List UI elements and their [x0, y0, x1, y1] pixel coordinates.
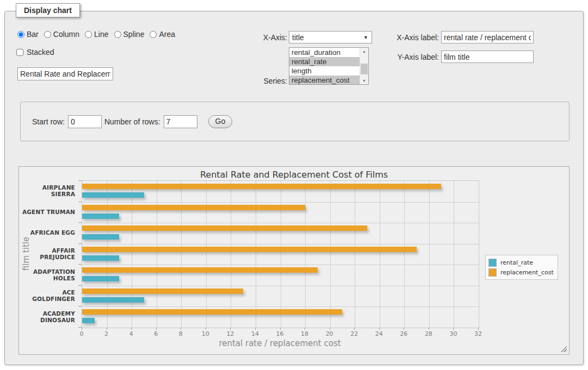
- x-tick-label: 12: [226, 330, 234, 337]
- x-tick-mark: [478, 328, 479, 330]
- y-tick-mark: [78, 285, 82, 286]
- x-tick-mark: [330, 328, 330, 330]
- series-option-length[interactable]: length: [289, 66, 360, 76]
- bar-rental_rate: [82, 255, 119, 261]
- stacked-checkbox[interactable]: [16, 49, 23, 56]
- x-tick-label: 32: [474, 330, 482, 337]
- chart-container: Rental Rate and Replacement Cost of Film…: [18, 166, 570, 355]
- category-label: AFFAIR PREJUDICE: [19, 243, 75, 265]
- category-label: AGENT TRUMAN: [19, 202, 75, 223]
- chart-type-radio-bar[interactable]: [17, 31, 24, 38]
- chart-type-option-area: Area: [150, 30, 175, 39]
- y-tick-mark: [78, 327, 82, 328]
- x-tick-mark: [107, 328, 107, 330]
- series-option-rental_rate[interactable]: rental_rate: [289, 57, 360, 66]
- gridline-x: [107, 181, 108, 328]
- chart-type-radio-label: Column: [53, 30, 79, 39]
- gridline-y: [82, 265, 479, 265]
- chevron-down-icon: ▼: [363, 35, 372, 40]
- bar-replacement_cost: [82, 184, 441, 189]
- chart-type-option-line: Line: [85, 30, 108, 39]
- y-tick-mark: [78, 306, 82, 306]
- category-label: ADAPTATION HOLES: [19, 264, 75, 285]
- chart-type-radio-spline[interactable]: [114, 31, 121, 38]
- x-tick-label: 8: [179, 330, 183, 337]
- x-tick-label: 20: [326, 330, 333, 337]
- bar-rental_rate: [82, 192, 144, 198]
- y-tick-mark: [78, 202, 82, 202]
- chart-type-radio-line[interactable]: [85, 31, 92, 38]
- y-tick-mark: [78, 264, 82, 265]
- bar-replacement_cost: [82, 267, 318, 273]
- gridline-x: [305, 181, 306, 328]
- number-of-rows-input[interactable]: [164, 115, 197, 128]
- gridline-y: [82, 286, 479, 286]
- series-options: rental_durationrental_ratelengthreplacem…: [289, 48, 360, 84]
- x-tick-label: 4: [129, 330, 133, 337]
- replacement_cost-swatch: [488, 268, 497, 277]
- scrollbar-thumb[interactable]: [361, 64, 368, 74]
- gridline-x: [355, 181, 355, 328]
- series-listbox[interactable]: rental_durationrental_ratelengthreplacem…: [289, 47, 369, 85]
- bar-rental_rate: [82, 297, 144, 303]
- gridline-x: [429, 181, 430, 328]
- x-tick-mark: [230, 328, 231, 330]
- display-chart-fieldset: Display chart BarColumnLineSplineArea St…: [4, 11, 584, 365]
- scroll-up-icon[interactable]: ▲: [360, 48, 368, 55]
- x-axis-select-label: X-Axis:: [233, 33, 287, 42]
- bar-rental_rate: [82, 234, 119, 240]
- x-tick-label: 16: [276, 330, 284, 337]
- gridline-y: [82, 306, 479, 307]
- gridline-x: [256, 181, 256, 328]
- x-tick-label: 28: [425, 330, 432, 337]
- x-tick-mark: [453, 328, 454, 330]
- x-tick-label: 0: [80, 330, 84, 337]
- category-label: ACADEMY DINOSAUR: [19, 306, 75, 327]
- chart-title: Rental Rate and Replacement Cost of Film…: [19, 170, 569, 180]
- x-tick-label: 18: [301, 330, 308, 337]
- bar-rental_rate: [82, 276, 119, 281]
- start-row-label: Start row:: [32, 117, 65, 126]
- x-tick-label: 26: [400, 330, 407, 337]
- x-axis-selected-value: title: [289, 33, 363, 42]
- x-tick-label: 30: [449, 330, 457, 337]
- gridline-x: [132, 181, 132, 328]
- gridline-x: [157, 181, 157, 328]
- x-tick-mark: [404, 328, 404, 330]
- bar-replacement_cost: [82, 309, 342, 315]
- legend-label: replacement_cost: [500, 269, 554, 276]
- y-tick-mark: [78, 243, 82, 244]
- chart-type-radio-column[interactable]: [44, 31, 51, 38]
- series-option-rental_duration[interactable]: rental_duration: [289, 48, 360, 57]
- category-labels: AIRPLANE SIERRAAGENT TRUMANAFRICAN EGGAF…: [19, 180, 78, 327]
- x-tick-mark: [354, 328, 355, 330]
- gridline-x: [380, 181, 380, 328]
- bar-replacement_cost: [82, 225, 367, 231]
- category-label: ACE GOLDFINGER: [19, 285, 75, 306]
- go-button[interactable]: Go: [208, 115, 233, 128]
- stacked-checkbox-row: Stacked: [16, 48, 54, 57]
- x-axis-label-input[interactable]: [441, 31, 534, 43]
- series-listbox-scrollbar[interactable]: ▲ ▼: [360, 48, 368, 84]
- bar-replacement_cost: [82, 247, 417, 252]
- chart-type-radio-label: Spline: [123, 30, 145, 39]
- resize-grip-icon[interactable]: [561, 346, 567, 352]
- series-option-replacement_cost[interactable]: replacement_cost: [289, 76, 360, 84]
- chart-title-input[interactable]: [17, 67, 113, 80]
- x-axis-select[interactable]: title ▼: [289, 31, 372, 43]
- gridline-x: [231, 181, 231, 328]
- start-row-input[interactable]: [68, 115, 102, 128]
- x-tick-mark: [280, 328, 281, 330]
- rental_rate-swatch: [488, 259, 497, 267]
- x-tick-label: 10: [202, 330, 209, 337]
- y-axis-label-input[interactable]: [441, 51, 534, 63]
- x-tick-mark: [255, 328, 256, 330]
- chart-type-radio-label: Bar: [27, 30, 39, 39]
- row-range-panel: Start row: Number of rows: Go: [20, 102, 570, 141]
- x-tick-mark: [206, 328, 206, 330]
- chart-legend: rental_ratereplacement_cost: [485, 255, 558, 280]
- chart-type-radio-area[interactable]: [150, 31, 157, 38]
- bar-rental_rate: [82, 214, 119, 219]
- scroll-down-icon[interactable]: ▼: [360, 77, 368, 84]
- x-tick-labels: 02468101214161820222426283032: [82, 330, 478, 338]
